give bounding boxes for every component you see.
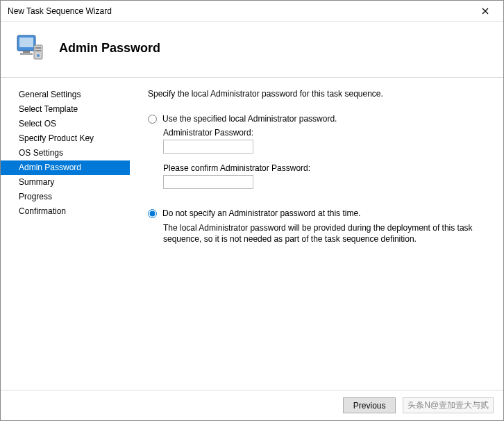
sidebar-item-admin-password[interactable]: Admin Password <box>1 160 130 175</box>
sidebar-item-general-settings[interactable]: General Settings <box>1 88 130 102</box>
svg-rect-3 <box>20 53 33 55</box>
close-icon <box>482 8 489 15</box>
option-use-specified[interactable]: Use the specified local Administrator pa… <box>148 114 489 124</box>
radio-do-not-specify[interactable] <box>148 209 157 218</box>
window-title: New Task Sequence Wizard <box>8 6 471 16</box>
admin-password-input[interactable] <box>163 140 253 154</box>
admin-password-label: Administrator Password: <box>163 128 489 138</box>
sidebar-item-confirmation[interactable]: Confirmation <box>1 204 130 219</box>
sidebar-item-select-os[interactable]: Select OS <box>1 117 130 131</box>
computer-icon <box>13 31 47 65</box>
radio-use-specified[interactable] <box>148 115 157 124</box>
wizard-header: Admin Password <box>1 22 503 78</box>
svg-rect-2 <box>23 51 30 53</box>
wizard-steps-sidebar: General Settings Select Template Select … <box>1 78 130 390</box>
confirm-password-label: Please confirm Administrator Password: <box>163 163 489 173</box>
sidebar-item-os-settings[interactable]: OS Settings <box>1 146 130 160</box>
sidebar-item-specify-product-key[interactable]: Specify Product Key <box>1 131 130 146</box>
svg-rect-5 <box>35 47 41 49</box>
page-title: Admin Password <box>59 41 160 56</box>
previous-button[interactable]: Previous <box>343 397 396 413</box>
close-button[interactable] <box>471 1 499 21</box>
sidebar-item-select-template[interactable]: Select Template <box>1 102 130 117</box>
option-use-specified-label: Use the specified local Administrator pa… <box>162 114 337 124</box>
sidebar-item-summary[interactable]: Summary <box>1 175 130 190</box>
svg-rect-1 <box>19 38 33 47</box>
option-do-not-specify-label: Do not specify an Administrator password… <box>162 208 360 218</box>
help-text: The local Administrator password will be… <box>163 222 489 245</box>
watermark-text: 头条N@壹加壹大与贰 <box>403 397 494 413</box>
option-do-not-specify[interactable]: Do not specify an Administrator password… <box>148 208 489 218</box>
svg-rect-6 <box>35 50 41 51</box>
titlebar: New Task Sequence Wizard <box>1 1 503 22</box>
main-panel: Specify the local Administrator password… <box>130 78 503 390</box>
svg-point-7 <box>37 54 40 57</box>
sidebar-item-progress[interactable]: Progress <box>1 190 130 204</box>
confirm-password-input[interactable] <box>163 175 253 189</box>
instruction-text: Specify the local Administrator password… <box>148 89 489 99</box>
wizard-footer: Previous 头条N@壹加壹大与贰 <box>1 390 503 420</box>
